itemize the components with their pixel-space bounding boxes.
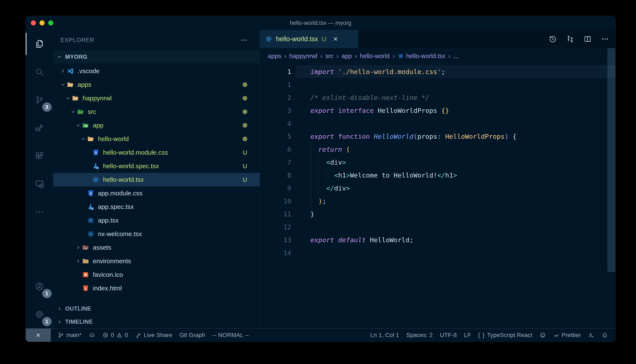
- tree-item-app[interactable]: app: [53, 118, 260, 132]
- tree-item-label: environments: [93, 258, 131, 265]
- status-feedback[interactable]: [536, 328, 550, 342]
- code-line: 14: [260, 246, 615, 259]
- code-line-content: export function HelloWorld(props: HelloW…: [310, 132, 517, 140]
- react-icon: [398, 53, 404, 59]
- svg-text:5: 5: [85, 286, 86, 290]
- status-gitlens[interactable]: [584, 328, 598, 342]
- activity-settings[interactable]: 1: [26, 300, 53, 328]
- tree-item-environments[interactable]: environments: [53, 254, 260, 268]
- breadcrumb-apps[interactable]: apps: [268, 52, 281, 60]
- tree-item-label: nx-welcome.tsx: [98, 230, 142, 238]
- activity-extensions[interactable]: [26, 142, 53, 170]
- tree-item-happynrwl[interactable]: happynrwl: [53, 92, 260, 105]
- tree-item-hello-world.module.css[interactable]: 3hello-world.module.cssU: [53, 146, 260, 159]
- code-line-content: export default HelloWorld;: [310, 236, 413, 244]
- tree-item-favicon.ico[interactable]: favicon.ico: [53, 268, 260, 282]
- activity-source-control[interactable]: 3: [26, 86, 53, 114]
- status-git-branch[interactable]: main*: [54, 328, 85, 342]
- tree-item-hello-world.spec.tsx[interactable]: TShello-world.spec.tsxU: [53, 159, 260, 173]
- tree-item-label: hello-world: [98, 135, 129, 142]
- breadcrumb-happynrwl[interactable]: happynrwl: [289, 52, 317, 60]
- tree-item-label: index.html: [93, 285, 122, 292]
- activity-explorer[interactable]: [26, 30, 53, 58]
- status-remote-indicator[interactable]: [26, 328, 51, 342]
- workspace-section-myorg[interactable]: MYORG: [53, 50, 260, 64]
- dot: [243, 82, 247, 87]
- code-editor[interactable]: 1import './hello-world.module.css';12/* …: [260, 64, 615, 328]
- tree-item-label: happynrwl: [83, 94, 112, 102]
- breadcrumb-src[interactable]: src: [325, 52, 333, 60]
- editor-action-more-actions[interactable]: [601, 35, 609, 43]
- status-language-mode[interactable]: { }TypeScript React: [475, 328, 536, 342]
- tree-item-src[interactable]: </>src: [53, 105, 260, 118]
- activity-accounts[interactable]: 1: [26, 272, 53, 300]
- tree-item-assets[interactable]: assets: [53, 241, 260, 254]
- tree-item-hello-world.tsx[interactable]: hello-world.tsxU: [53, 173, 260, 186]
- activity-search[interactable]: [26, 58, 53, 86]
- editor-action-open-changes[interactable]: [566, 35, 574, 43]
- modified-dot-badge: [241, 110, 249, 114]
- folder-tan-icon: [72, 94, 80, 102]
- chevron-down-icon: [70, 109, 77, 114]
- tree-item-nx-welcome.tsx[interactable]: nx-welcome.tsx: [53, 227, 260, 241]
- breadcrumb-label: ...: [454, 52, 459, 60]
- close-icon[interactable]: ×: [333, 35, 338, 43]
- git-branch-icon: [58, 332, 64, 338]
- activity-more-views[interactable]: [26, 198, 53, 226]
- traffic-light-close[interactable]: [31, 20, 36, 26]
- tree-item-label: .vscode: [78, 68, 99, 75]
- tab-untracked-badge: U: [322, 36, 326, 43]
- status-eol[interactable]: LF: [460, 328, 475, 342]
- modified-dot-badge: [241, 136, 249, 141]
- status-git-graph[interactable]: Git Graph: [176, 328, 209, 342]
- traffic-light-zoom[interactable]: [48, 20, 53, 26]
- more-icon: [35, 207, 44, 217]
- activity-run-debug[interactable]: [26, 114, 53, 142]
- line-number: 11: [260, 210, 291, 218]
- accounts-icon: [35, 282, 44, 291]
- panel-outline[interactable]: OUTLINE: [53, 302, 260, 315]
- tab-hello-world-tsx[interactable]: hello-world.tsx U ×: [260, 30, 358, 48]
- status-vim-mode[interactable]: -- NORMAL --: [209, 328, 253, 342]
- tree-item-app.spec.tsx[interactable]: TSapp.spec.tsx: [53, 200, 260, 214]
- editor-action-timeline-history[interactable]: [549, 35, 557, 43]
- source-control-icon: [35, 95, 44, 105]
- breadcrumb-hello-world.tsx[interactable]: hello-world.tsx: [398, 52, 446, 60]
- breadcrumb-label: hello-world: [360, 52, 390, 60]
- status-cursor-position[interactable]: Ln 1, Col 1: [367, 328, 402, 342]
- sidebar-title: EXPLORER: [61, 37, 94, 44]
- tree-item-app.module.css[interactable]: 3app.module.css: [53, 186, 260, 200]
- tree-item-app.tsx[interactable]: app.tsx: [53, 214, 260, 227]
- tree-item-.vscode[interactable]: .vscode: [53, 64, 260, 78]
- dot: [243, 96, 247, 100]
- status-prettier[interactable]: Prettier: [550, 328, 584, 342]
- status-indentation[interactable]: Spaces: 2: [402, 328, 436, 342]
- editor-action-split-editor[interactable]: [583, 35, 592, 43]
- editor-scrollbar-thumb[interactable]: [607, 48, 615, 272]
- breadcrumb-label: src: [325, 52, 333, 60]
- panel-timeline[interactable]: TIMELINE: [53, 315, 260, 328]
- breadcrumb-separator: ›: [284, 52, 286, 60]
- extensions-icon: [35, 151, 44, 161]
- code-line-content: import './hello-world.module.css';: [310, 68, 445, 76]
- more-actions-icon[interactable]: [240, 36, 248, 44]
- line-number: 12: [260, 223, 291, 231]
- modified-dot-badge: [241, 96, 249, 100]
- status-live-share[interactable]: Live Share: [132, 328, 176, 342]
- breadcrumb-label: app: [342, 52, 352, 60]
- status-sync[interactable]: [85, 328, 99, 342]
- status-problems[interactable]: 00: [99, 328, 132, 342]
- test-tsx-icon: TS: [92, 162, 100, 170]
- tree-item-index.html[interactable]: 5index.html: [53, 282, 260, 295]
- status-notifications[interactable]: [598, 328, 611, 342]
- tree-item-apps[interactable]: apps: [53, 78, 260, 92]
- folder-app-icon: [82, 122, 90, 129]
- traffic-light-minimize[interactable]: [40, 20, 45, 26]
- breadcrumb-hello-world[interactable]: hello-world: [360, 52, 390, 60]
- breadcrumb-...[interactable]: ...: [454, 52, 459, 60]
- tree-item-hello-world[interactable]: hello-world: [53, 132, 260, 146]
- activity-remote-explorer[interactable]: [26, 170, 53, 198]
- breadcrumb-app[interactable]: app: [342, 52, 352, 60]
- status-encoding[interactable]: UTF-8: [436, 328, 460, 342]
- error-icon: [102, 332, 109, 338]
